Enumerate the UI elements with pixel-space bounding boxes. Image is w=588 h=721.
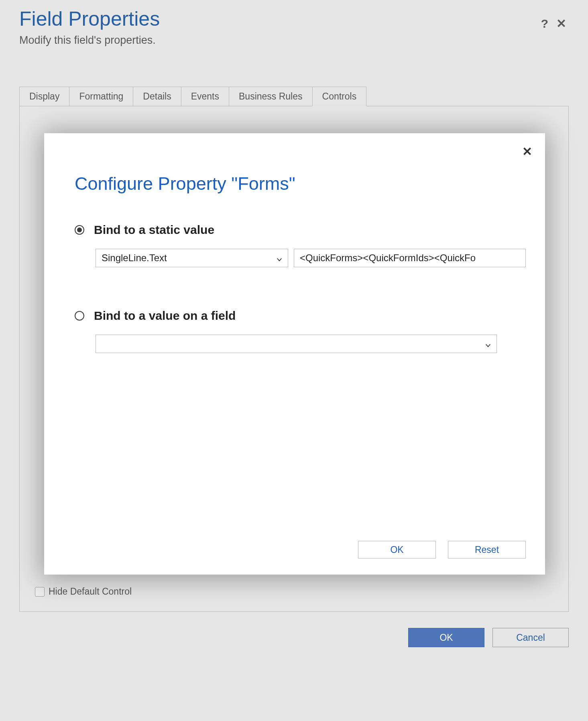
- field-value-select[interactable]: [96, 335, 497, 353]
- tab-controls[interactable]: Controls: [312, 87, 367, 106]
- ok-button[interactable]: OK: [408, 628, 484, 647]
- chevron-down-icon: [276, 254, 283, 262]
- tab-business-rules[interactable]: Business Rules: [229, 87, 313, 106]
- option-field-value-label: Bind to a value on a field: [94, 309, 236, 323]
- tab-events[interactable]: Events: [181, 87, 229, 106]
- option-field-value-row[interactable]: Bind to a value on a field: [75, 309, 526, 323]
- header-row: Field Properties Modify this field's pro…: [19, 8, 569, 47]
- close-icon[interactable]: ✕: [556, 18, 566, 30]
- modal-close-icon[interactable]: ✕: [522, 144, 532, 158]
- static-value-type-select[interactable]: SingleLine.Text: [96, 249, 288, 267]
- dialog-subtitle: Modify this field's properties.: [19, 34, 541, 47]
- static-value-controls: SingleLine.Text <QuickForms><QuickFormId…: [96, 249, 526, 267]
- radio-static-value-dot: [77, 227, 82, 232]
- field-value-controls: [96, 335, 526, 353]
- modal-reset-button[interactable]: Reset: [448, 541, 526, 559]
- option-static-value-label: Bind to a static value: [94, 223, 214, 237]
- tab-details[interactable]: Details: [133, 87, 181, 106]
- static-value-type-text: SingleLine.Text: [102, 252, 167, 264]
- footer-buttons: OK Cancel: [19, 628, 569, 647]
- configure-property-modal: ✕ Configure Property "Forms" Bind to a s…: [44, 133, 545, 575]
- option-static-value-row[interactable]: Bind to a static value: [75, 223, 526, 237]
- tab-display[interactable]: Display: [19, 87, 69, 106]
- static-value-text: <QuickForms><QuickFormIds><QuickFo: [300, 252, 476, 264]
- hide-default-control-label: Hide Default Control: [49, 586, 132, 597]
- modal-footer: OK Reset: [358, 541, 526, 559]
- option-field-value-group: Bind to a value on a field: [75, 309, 526, 353]
- help-icon[interactable]: ?: [541, 18, 548, 30]
- radio-field-value[interactable]: [75, 311, 84, 321]
- hide-default-control-row[interactable]: Hide Default Control: [35, 586, 132, 597]
- tab-formatting[interactable]: Formatting: [69, 87, 133, 106]
- header-left: Field Properties Modify this field's pro…: [19, 8, 541, 47]
- modal-ok-button[interactable]: OK: [358, 541, 436, 559]
- radio-static-value[interactable]: [75, 225, 84, 235]
- cancel-button[interactable]: Cancel: [492, 628, 569, 647]
- hide-default-control-checkbox[interactable]: [35, 587, 45, 597]
- header-icons: ? ✕: [541, 18, 566, 30]
- chevron-down-icon: [484, 340, 492, 347]
- option-static-value-group: Bind to a static value SingleLine.Text <…: [75, 223, 526, 267]
- tab-strip: Display Formatting Details Events Busine…: [19, 87, 569, 106]
- modal-title: Configure Property "Forms": [75, 173, 526, 194]
- static-value-input[interactable]: <QuickForms><QuickFormIds><QuickFo: [294, 249, 526, 267]
- dialog-title: Field Properties: [19, 8, 541, 30]
